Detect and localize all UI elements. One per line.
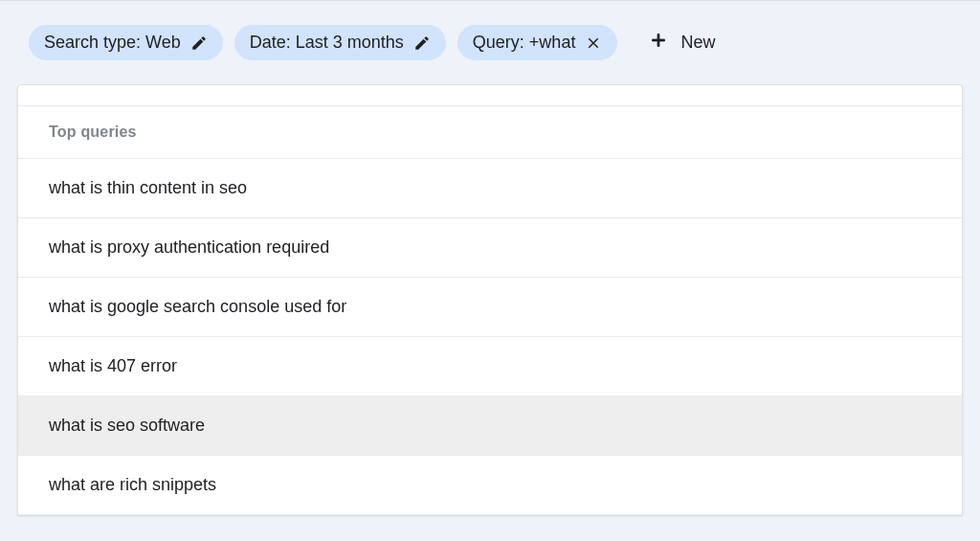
table-row[interactable]: what is google search console used for: [18, 278, 962, 337]
new-filter-label: New: [680, 33, 715, 53]
pencil-icon: [190, 34, 208, 52]
filter-chip-query[interactable]: Query: +what: [457, 25, 618, 60]
table-row[interactable]: what is proxy authentication required: [18, 218, 962, 278]
filter-bar: Search type: Web Date: Last 3 months Que…: [0, 0, 980, 84]
filter-chip-label: Date: Last 3 months: [250, 33, 404, 53]
card-spacer: [18, 85, 962, 106]
table-row[interactable]: what is seo software: [18, 396, 962, 456]
close-icon[interactable]: [585, 34, 602, 52]
pencil-icon: [413, 34, 431, 52]
plus-icon: [648, 30, 669, 56]
queries-card: Top queries what is thin content in seow…: [17, 84, 963, 515]
table-row[interactable]: what is thin content in seo: [18, 159, 962, 218]
table-row[interactable]: what are rich snippets: [18, 456, 962, 515]
filter-chip-search-type[interactable]: Search type: Web: [29, 25, 223, 60]
filter-chip-label: Search type: Web: [44, 33, 181, 53]
query-list: what is thin content in seowhat is proxy…: [18, 159, 962, 515]
new-filter-button[interactable]: New: [636, 22, 726, 63]
filter-chip-date[interactable]: Date: Last 3 months: [234, 25, 446, 60]
section-header[interactable]: Top queries: [18, 106, 962, 159]
table-row[interactable]: what is 407 error: [18, 337, 962, 396]
filter-chip-label: Query: +what: [473, 33, 576, 53]
